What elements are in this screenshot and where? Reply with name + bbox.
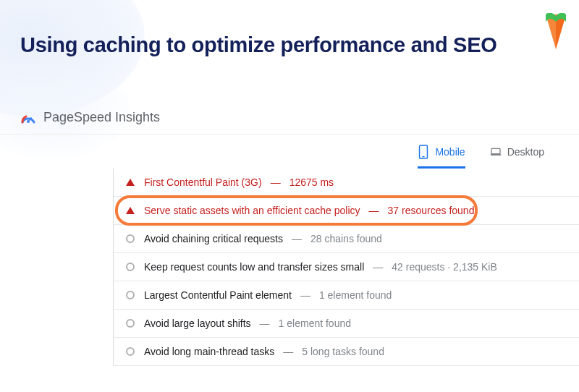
separator: — <box>260 318 270 329</box>
audit-row[interactable]: Avoid chaining critical requests—28 chai… <box>114 225 579 253</box>
tab-label: Desktop <box>507 146 544 158</box>
brand-logo-icon <box>543 13 569 52</box>
info-circle-icon <box>125 263 135 271</box>
tab-label: Mobile <box>435 146 465 158</box>
laptop-icon <box>490 145 502 159</box>
phone-icon <box>418 145 429 159</box>
audit-meta: 42 requests · 2,135 KiB <box>392 261 497 273</box>
svg-rect-6 <box>491 148 500 153</box>
audit-label: Serve static assets with an efficient ca… <box>144 205 360 216</box>
audit-meta: 1 element found <box>279 318 351 329</box>
audit-label: Avoid long main-thread tasks <box>144 346 274 357</box>
separator: — <box>373 261 383 273</box>
pagespeed-logo-icon <box>20 109 36 125</box>
audit-row[interactable]: Avoid large layout shifts—1 element foun… <box>114 310 579 338</box>
separator: — <box>369 205 379 216</box>
audit-label: First Contentful Paint (3G) <box>144 176 262 188</box>
svg-rect-7 <box>490 154 501 155</box>
separator: — <box>292 233 302 244</box>
info-circle-icon <box>125 347 135 356</box>
svg-rect-5 <box>423 156 426 157</box>
audit-row[interactable]: First Contentful Paint (3G)—12675 ms <box>114 169 579 197</box>
audit-label: Keep request counts low and transfer siz… <box>144 261 364 273</box>
tab-desktop[interactable]: Desktop <box>490 145 544 169</box>
info-circle-icon <box>125 291 135 299</box>
audit-meta: 37 resources found <box>388 205 475 216</box>
audit-label: Avoid chaining critical requests <box>144 233 283 244</box>
info-circle-icon <box>125 234 135 243</box>
info-circle-icon <box>125 319 135 328</box>
audit-label: Largest Contentful Paint element <box>144 289 292 301</box>
separator: — <box>271 176 281 188</box>
page-title: Using caching to optimize performance an… <box>20 33 559 57</box>
audit-row[interactable]: Largest Contentful Paint element—1 eleme… <box>114 281 579 310</box>
product-brand-bar: PageSpeed Insights <box>0 93 579 135</box>
warning-triangle-icon <box>125 179 135 186</box>
warning-triangle-icon <box>125 207 135 214</box>
audit-meta: 1 element found <box>319 289 392 301</box>
tab-mobile[interactable]: Mobile <box>418 145 465 169</box>
separator: — <box>300 289 310 301</box>
separator: — <box>283 346 293 357</box>
audit-row[interactable]: Keep request counts low and transfer siz… <box>114 253 579 281</box>
audit-row[interactable]: Serve static assets with an efficient ca… <box>114 197 579 225</box>
product-name: PageSpeed Insights <box>43 110 160 125</box>
audit-meta: 5 long tasks found <box>302 346 384 357</box>
audit-meta: 28 chains found <box>310 233 382 244</box>
audit-row[interactable]: Avoid long main-thread tasks—5 long task… <box>114 338 579 366</box>
audit-meta: 12675 ms <box>290 176 334 188</box>
audit-label: Avoid large layout shifts <box>144 318 251 329</box>
audit-list: First Contentful Paint (3G)—12675 msServ… <box>113 169 579 366</box>
